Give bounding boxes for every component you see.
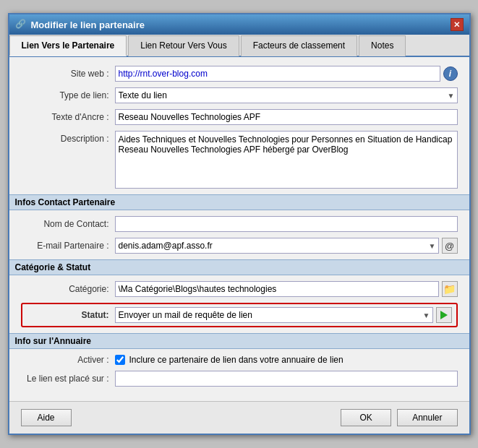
aide-button[interactable]: Aide — [21, 409, 72, 426]
section-statut-header: Catégorie & Statut — [9, 259, 469, 275]
statut-row: Statut: Envoyer un mail de requête de li… — [21, 303, 458, 327]
dialog-title: Modifier le lien partenaire — [31, 20, 145, 30]
dialog-window: 🔗 Modifier le lien partenaire ✕ Lien Ver… — [8, 13, 471, 435]
nom-contact-input[interactable] — [115, 216, 458, 232]
activer-text: Inclure ce partenaire de lien dans votre… — [129, 355, 343, 365]
email-control: denis.adam@apf.asso.fr ▼ @ — [115, 238, 458, 254]
nom-contact-control — [115, 216, 458, 232]
nom-contact-row: Nom de Contact: — [21, 216, 458, 232]
lien-place-row: Le lien est placé sur : — [21, 371, 458, 387]
nom-contact-label: Nom de Contact: — [21, 216, 115, 229]
activer-row: Activer : Inclure ce partenaire de lien … — [21, 355, 458, 365]
email-select[interactable]: denis.adam@apf.asso.fr — [115, 238, 439, 254]
section-contact-header: Infos Contact Partenaire — [9, 194, 469, 210]
statut-select[interactable]: Envoyer un mail de requête de lien — [115, 307, 433, 323]
texte-ancre-input[interactable] — [115, 109, 458, 125]
tabs-row: Lien Vers le Partenaire Lien Retour Vers… — [9, 35, 469, 57]
tab-notes[interactable]: Notes — [359, 35, 406, 56]
lien-place-input[interactable] — [115, 371, 458, 387]
folder-button[interactable]: 📁 — [442, 281, 458, 297]
email-select-wrap: denis.adam@apf.asso.fr ▼ — [115, 238, 439, 254]
at-button[interactable]: @ — [442, 238, 458, 254]
categorie-control: 📁 — [115, 281, 458, 297]
title-bar-left: 🔗 Modifier le lien partenaire — [15, 19, 145, 30]
texte-ancre-label: Texte d'Ancre : — [21, 109, 115, 122]
tab-lien-vers-partenaire[interactable]: Lien Vers le Partenaire — [9, 35, 127, 56]
description-row: Description : Aides Techniques et Nouvel… — [21, 131, 458, 189]
ok-button[interactable]: OK — [341, 409, 391, 426]
form-content: Site web : i Type de lien: Texte du lien… — [9, 57, 469, 401]
lien-place-label: Le lien est placé sur : — [21, 371, 115, 384]
info-button[interactable]: i — [443, 66, 458, 81]
play-button[interactable] — [436, 307, 452, 323]
type-lien-select[interactable]: Texte du lien — [115, 87, 458, 103]
email-row: E-mail Partenaire : denis.adam@apf.asso.… — [21, 238, 458, 254]
activer-checkbox[interactable] — [115, 355, 125, 365]
categorie-input[interactable] — [115, 281, 439, 297]
type-lien-select-wrap: Texte du lien ▼ — [115, 87, 458, 103]
title-bar: 🔗 Modifier le lien partenaire ✕ — [9, 14, 469, 35]
bottom-bar: Aide OK Annuler — [9, 401, 469, 434]
statut-select-wrap: Envoyer un mail de requête de lien ▼ — [115, 307, 433, 323]
section-annuaire-header: Info sur l'Annuaire — [9, 333, 469, 349]
categorie-label: Catégorie: — [21, 281, 115, 294]
play-icon — [440, 311, 448, 319]
description-textarea[interactable]: Aides Techniques et Nouvelles Technologi… — [115, 131, 458, 189]
lien-place-control — [115, 371, 458, 387]
tab-facteurs[interactable]: Facteurs de classement — [241, 35, 357, 56]
annuler-button[interactable]: Annuler — [397, 409, 457, 426]
statut-control: Envoyer un mail de requête de lien ▼ — [115, 307, 452, 323]
site-web-label: Site web : — [21, 66, 115, 79]
email-label: E-mail Partenaire : — [21, 238, 115, 251]
type-lien-label: Type de lien: — [21, 87, 115, 100]
texte-ancre-row: Texte d'Ancre : — [21, 109, 458, 125]
close-button[interactable]: ✕ — [451, 18, 464, 31]
activer-label: Activer : — [21, 355, 115, 365]
tab-lien-retour[interactable]: Lien Retour Vers Vous — [128, 35, 239, 56]
site-web-control: i — [115, 66, 458, 82]
site-web-input[interactable] — [115, 66, 440, 82]
texte-ancre-control — [115, 109, 458, 125]
dialog-icon: 🔗 — [15, 19, 27, 30]
bottom-right-buttons: OK Annuler — [341, 409, 457, 426]
activer-control: Inclure ce partenaire de lien dans votre… — [115, 355, 343, 365]
description-label: Description : — [21, 131, 115, 144]
type-lien-control: Texte du lien ▼ — [115, 87, 458, 103]
description-control: Aides Techniques et Nouvelles Technologi… — [115, 131, 458, 189]
site-web-row: Site web : i — [21, 66, 458, 82]
categorie-row: Catégorie: 📁 — [21, 281, 458, 297]
type-lien-row: Type de lien: Texte du lien ▼ — [21, 87, 458, 103]
statut-label: Statut: — [27, 310, 115, 320]
